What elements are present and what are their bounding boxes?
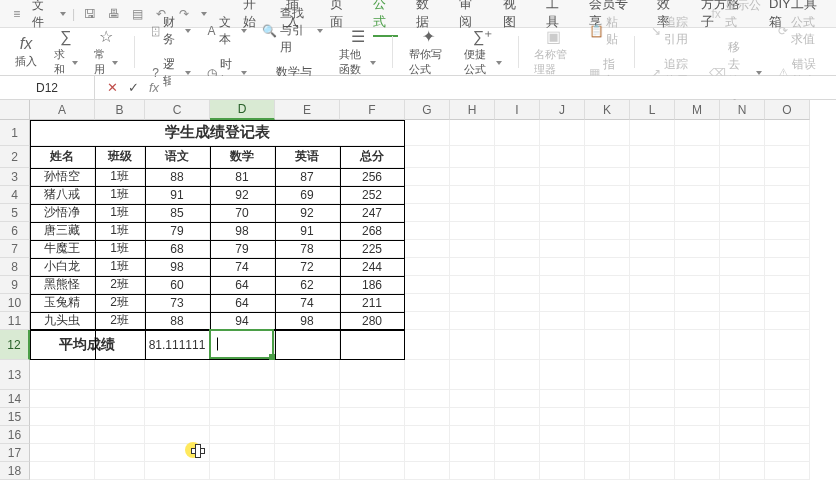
cell[interactable]: [630, 240, 675, 258]
table-cell[interactable]: 78: [275, 240, 340, 258]
col-header-G[interactable]: G: [405, 100, 450, 120]
cell[interactable]: [30, 426, 95, 444]
other-functions-button[interactable]: ☰其他函数: [335, 25, 381, 79]
cell[interactable]: [630, 258, 675, 276]
table-cell[interactable]: 60: [145, 276, 210, 294]
name-manager-button[interactable]: ▣名称管理器: [530, 25, 577, 79]
cell[interactable]: [720, 186, 765, 204]
table-cell[interactable]: 1班: [95, 222, 145, 240]
show-formula-button[interactable]: fx显示公式: [707, 0, 767, 34]
table-cell[interactable]: 79: [145, 222, 210, 240]
table-cell[interactable]: 沙悟净: [30, 204, 95, 222]
table-cell[interactable]: 268: [340, 222, 405, 240]
cell[interactable]: [630, 146, 675, 168]
cell[interactable]: [585, 360, 630, 390]
cell[interactable]: [630, 408, 675, 426]
cell[interactable]: [275, 444, 340, 462]
cell[interactable]: [540, 408, 585, 426]
cell[interactable]: [495, 146, 540, 168]
table-cell[interactable]: 79: [210, 240, 275, 258]
avg-cell[interactable]: 81.111111: [145, 330, 210, 360]
select-all-corner[interactable]: [0, 100, 30, 120]
table-cell[interactable]: 1班: [95, 186, 145, 204]
cell[interactable]: [720, 408, 765, 426]
cell[interactable]: [95, 426, 145, 444]
cell[interactable]: [495, 330, 540, 360]
table-cell[interactable]: 98: [275, 312, 340, 330]
cell[interactable]: [765, 390, 810, 408]
col-header-M[interactable]: M: [675, 100, 720, 120]
cell[interactable]: [495, 444, 540, 462]
cell[interactable]: [495, 204, 540, 222]
cell[interactable]: [765, 360, 810, 390]
name-box[interactable]: D12: [0, 76, 95, 99]
eval-formula-button[interactable]: ⟳公式求值: [774, 11, 826, 51]
cell[interactable]: [450, 204, 495, 222]
col-header-O[interactable]: O: [765, 100, 810, 120]
cell[interactable]: [405, 186, 450, 204]
cell[interactable]: [340, 462, 405, 480]
cell[interactable]: [495, 408, 540, 426]
table-cell[interactable]: 小白龙: [30, 258, 95, 276]
cell[interactable]: [675, 462, 720, 480]
quick-formula-button[interactable]: ∑⁺便捷公式: [460, 25, 506, 79]
cell[interactable]: [405, 240, 450, 258]
cell[interactable]: [340, 360, 405, 390]
cell[interactable]: [540, 204, 585, 222]
row-header-1[interactable]: 1: [0, 120, 30, 146]
table-cell[interactable]: 64: [210, 276, 275, 294]
table-cell[interactable]: 256: [340, 168, 405, 186]
cell[interactable]: [405, 258, 450, 276]
autosum-button[interactable]: ∑求和: [50, 25, 82, 79]
table-title[interactable]: 学生成绩登记表: [30, 120, 405, 146]
row-header-13[interactable]: 13: [0, 360, 30, 390]
avg-cell[interactable]: [210, 330, 275, 360]
cell[interactable]: [585, 204, 630, 222]
cell[interactable]: [585, 276, 630, 294]
table-cell[interactable]: 2班: [95, 294, 145, 312]
cell[interactable]: [450, 222, 495, 240]
table-cell[interactable]: 74: [275, 294, 340, 312]
hamburger-icon[interactable]: ≡: [8, 5, 26, 23]
cell[interactable]: [540, 390, 585, 408]
cell[interactable]: [495, 462, 540, 480]
cell[interactable]: [675, 426, 720, 444]
cell[interactable]: [675, 146, 720, 168]
cell[interactable]: [405, 120, 450, 146]
cell[interactable]: [405, 294, 450, 312]
table-cell[interactable]: 186: [340, 276, 405, 294]
table-cell[interactable]: 1班: [95, 204, 145, 222]
col-header-K[interactable]: K: [585, 100, 630, 120]
table-cell[interactable]: 1班: [95, 168, 145, 186]
cell[interactable]: [540, 312, 585, 330]
ai-formula-button[interactable]: ✦帮你写公式: [405, 25, 452, 79]
cell[interactable]: [405, 146, 450, 168]
insert-function-button[interactable]: fx插入: [10, 32, 42, 71]
row-header-15[interactable]: 15: [0, 408, 30, 426]
table-cell[interactable]: 黑熊怪: [30, 276, 95, 294]
cell[interactable]: [630, 312, 675, 330]
cell[interactable]: [30, 408, 95, 426]
table-cell[interactable]: 252: [340, 186, 405, 204]
cell[interactable]: [585, 146, 630, 168]
cell[interactable]: [405, 330, 450, 360]
cell[interactable]: [405, 312, 450, 330]
cell[interactable]: [275, 426, 340, 444]
cell[interactable]: [540, 240, 585, 258]
row-header-17[interactable]: 17: [0, 444, 30, 462]
cell[interactable]: [275, 462, 340, 480]
cell[interactable]: [275, 408, 340, 426]
cell[interactable]: [95, 360, 145, 390]
cell[interactable]: [450, 444, 495, 462]
row-header-2[interactable]: 2: [0, 146, 30, 168]
cell[interactable]: [210, 360, 275, 390]
cell[interactable]: [405, 204, 450, 222]
cell[interactable]: [450, 146, 495, 168]
cell[interactable]: [405, 276, 450, 294]
cell[interactable]: [450, 462, 495, 480]
cell[interactable]: [765, 146, 810, 168]
cell[interactable]: [450, 312, 495, 330]
cell[interactable]: [720, 462, 765, 480]
cell[interactable]: [675, 276, 720, 294]
table-cell[interactable]: 九头虫: [30, 312, 95, 330]
